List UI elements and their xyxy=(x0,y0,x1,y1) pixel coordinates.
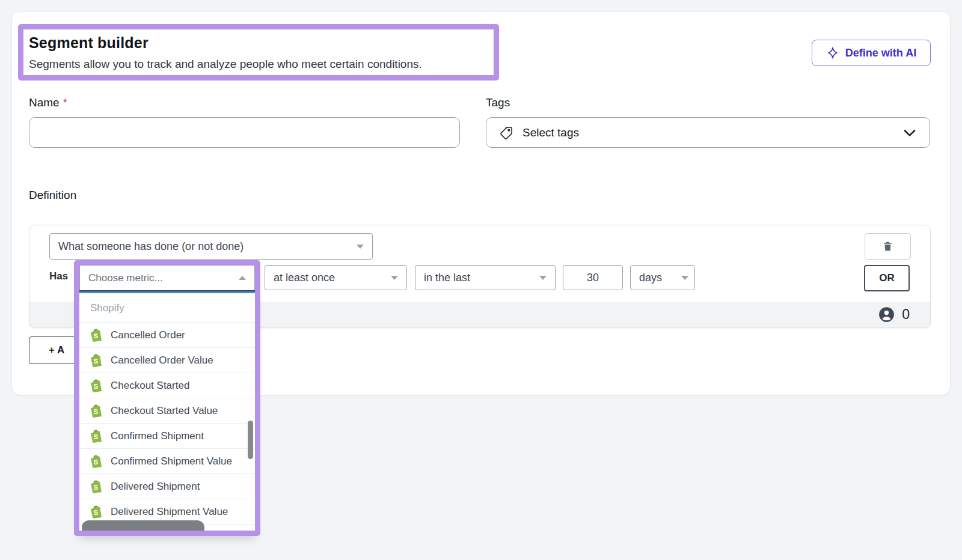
sparkle-icon xyxy=(826,46,839,59)
dropdown-arrow-up-icon xyxy=(239,276,246,280)
metric-menu-item-label: Delivered Shipment xyxy=(111,481,200,493)
dropdown-arrow-icon xyxy=(681,276,688,280)
metric-focus-underline xyxy=(79,290,255,293)
metric-menu-item-label: Checkout Started Value xyxy=(111,405,218,417)
condition-type-label: What someone has done (or not done) xyxy=(58,240,357,253)
svg-text:S: S xyxy=(94,332,99,339)
svg-text:S: S xyxy=(94,458,99,466)
shopify-bag-icon: S xyxy=(90,329,102,342)
menu-scrollbar-thumb[interactable] xyxy=(248,421,253,459)
partially-visible-menu-item[interactable] xyxy=(82,520,204,536)
dropdown-arrow-icon xyxy=(391,276,398,280)
metric-menu-item[interactable]: S Checkout Started Value xyxy=(79,398,255,424)
or-label: OR xyxy=(879,272,895,284)
name-input[interactable] xyxy=(29,117,460,148)
metric-placeholder: Choose metric... xyxy=(88,272,239,284)
metric-menu-item-label: Cancelled Order xyxy=(111,329,185,341)
metric-menu-item[interactable]: S Checkout Started xyxy=(79,373,255,398)
define-with-ai-label: Define with AI xyxy=(845,47,916,59)
delete-condition-button[interactable] xyxy=(865,233,911,260)
trash-icon xyxy=(882,240,893,252)
definition-section-label: Definition xyxy=(29,189,76,202)
metric-menu-item[interactable]: S Confirmed Shipment xyxy=(79,424,255,449)
person-icon xyxy=(878,306,895,323)
metric-select[interactable]: Choose metric... xyxy=(79,265,255,290)
tags-placeholder: Select tags xyxy=(522,126,893,139)
svg-text:S: S xyxy=(94,433,99,440)
timeframe-label: in the last xyxy=(424,272,539,284)
frequency-label: at least once xyxy=(274,272,391,284)
or-condition-button[interactable]: OR xyxy=(864,265,910,291)
metric-dropdown-menu: Shopify S Cancelled Order S Cancelle xyxy=(79,294,255,536)
has-label: Has xyxy=(49,270,68,282)
shopify-bag-icon: S xyxy=(90,379,102,392)
svg-text:S: S xyxy=(94,383,99,390)
frequency-select[interactable]: at least once xyxy=(265,265,407,290)
add-condition-label: + A xyxy=(49,344,64,356)
metric-menu-item-label: Confirmed Shipment Value xyxy=(111,455,232,467)
timeframe-value-input[interactable] xyxy=(563,265,623,290)
condition-type-select[interactable]: What someone has done (or not done) xyxy=(49,233,373,260)
shopify-bag-icon: S xyxy=(90,505,102,519)
timeframe-select[interactable]: in the last xyxy=(415,265,556,290)
metric-menu-item-label: Checkout Started xyxy=(111,380,189,392)
shopify-bag-icon: S xyxy=(90,430,102,443)
page-title: Segment builder xyxy=(29,34,149,52)
dropdown-arrow-icon xyxy=(357,245,364,249)
metric-menu-item[interactable]: S Confirmed Shipment Value xyxy=(79,449,255,474)
shopify-bag-icon: S xyxy=(90,480,102,493)
page-subtitle: Segments allow you to track and analyze … xyxy=(29,58,422,71)
svg-text:S: S xyxy=(94,358,99,365)
profile-count: 0 xyxy=(902,306,910,323)
shopify-bag-icon: S xyxy=(90,354,102,367)
shopify-bag-icon: S xyxy=(90,455,102,468)
required-asterisk: * xyxy=(63,97,67,109)
svg-text:S: S xyxy=(94,408,99,415)
timeframe-unit-select[interactable]: days xyxy=(630,265,695,290)
metric-menu-item-label: Delivered Shipment Value xyxy=(111,506,228,518)
tag-icon xyxy=(498,125,514,141)
svg-text:S: S xyxy=(94,484,99,491)
dropdown-arrow-icon xyxy=(539,276,547,280)
name-label: Name* xyxy=(29,96,67,109)
timeframe-unit-label: days xyxy=(639,272,681,284)
menu-group-header-shopify: Shopify xyxy=(79,294,255,323)
tags-label: Tags xyxy=(486,96,510,109)
define-with-ai-button[interactable]: Define with AI xyxy=(812,40,931,66)
metric-menu-item[interactable]: S Cancelled Order Value xyxy=(79,348,255,373)
metric-menu-item-label: Confirmed Shipment xyxy=(111,430,204,442)
tags-select[interactable]: Select tags xyxy=(486,117,930,148)
svg-text:S: S xyxy=(94,509,99,516)
metric-menu-item[interactable]: S Delivered Shipment xyxy=(79,474,255,499)
shopify-bag-icon: S xyxy=(90,404,102,418)
metric-menu-item[interactable]: S Cancelled Order xyxy=(79,323,255,348)
metric-menu-item-label: Cancelled Order Value xyxy=(111,355,213,367)
chevron-down-icon xyxy=(902,125,918,141)
